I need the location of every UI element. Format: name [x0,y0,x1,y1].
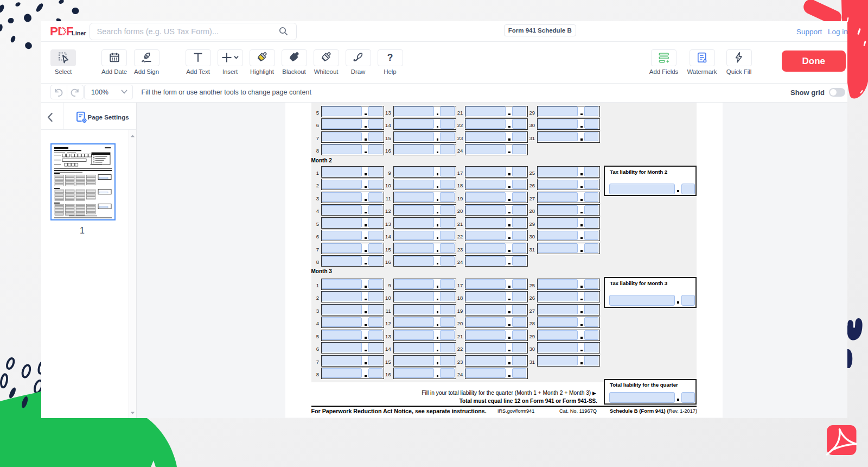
svg-text:?: ? [387,52,393,63]
svg-text:Liner: Liner [72,30,87,36]
